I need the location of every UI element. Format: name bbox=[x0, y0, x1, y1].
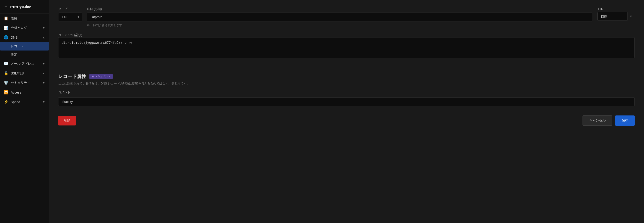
content-label: コンテンツ (必須) bbox=[58, 33, 82, 37]
sidebar-item-label: 概要 bbox=[11, 16, 17, 20]
doc-icon: ⊞ bbox=[92, 75, 94, 78]
sidebar-item-label: DNS bbox=[11, 36, 18, 39]
ttl-label: TTL bbox=[598, 7, 635, 10]
sidebar-item-analytics[interactable]: 📊 分析とログ ▼ bbox=[0, 23, 49, 32]
back-arrow-icon[interactable]: ← bbox=[4, 4, 8, 9]
chevron-down-icon: ▼ bbox=[42, 81, 45, 84]
sidebar-item-label: メール アドレス bbox=[11, 62, 34, 66]
comment-input[interactable] bbox=[58, 97, 635, 106]
sidebar-item-label: SSL/TLS bbox=[11, 72, 24, 75]
ttl-select[interactable]: 自動 1分 5分 1時間 bbox=[598, 12, 628, 21]
dns-icon: 🌐 bbox=[4, 35, 8, 40]
cancel-button[interactable]: キャンセル bbox=[582, 116, 612, 126]
sidebar-item-security[interactable]: 🛡️ セキュリティ ▼ bbox=[0, 78, 49, 88]
sidebar-header: ← rrrrrrryo.dev bbox=[0, 0, 49, 14]
save-button[interactable]: 保存 bbox=[615, 116, 635, 126]
sidebar-item-ssl[interactable]: 🔒 SSL/TLS ▼ bbox=[0, 68, 49, 78]
type-select[interactable]: TXT A AAAA CNAME MX bbox=[58, 12, 82, 22]
site-title: rrrrrrryo.dev bbox=[10, 5, 31, 8]
sidebar-subitem-label: レコード bbox=[11, 44, 24, 48]
overview-icon: 📋 bbox=[4, 16, 8, 20]
name-label: 名前 (必須) bbox=[87, 7, 593, 11]
content-section: コンテンツ (必須) did=did:plc:jyggwwetrx6774fa2… bbox=[58, 33, 635, 59]
sidebar-item-email[interactable]: ✉️ メール アドレス ▼ bbox=[0, 59, 49, 68]
sidebar-item-label: Access bbox=[11, 90, 21, 94]
chevron-down-icon: ▼ bbox=[42, 100, 45, 104]
chevron-down-icon: ▼ bbox=[42, 62, 45, 66]
sidebar-item-label: Speed bbox=[11, 100, 20, 104]
doc-badge-label: ドキュメント bbox=[95, 75, 110, 78]
record-attrs-header: レコード属性 ⊞ ドキュメント bbox=[58, 73, 635, 80]
sidebar-item-overview[interactable]: 📋 概要 bbox=[0, 14, 49, 23]
sidebar-item-label: 分析とログ bbox=[11, 26, 27, 30]
sidebar-item-speed[interactable]: ⚡ Speed ▼ bbox=[0, 97, 49, 106]
ssl-icon: 🔒 bbox=[4, 71, 8, 76]
section-divider bbox=[58, 66, 635, 66]
type-field-group: タイプ TXT A AAAA CNAME MX ▼ bbox=[58, 7, 82, 22]
main-content: タイプ TXT A AAAA CNAME MX ▼ 名前 (必須) ルートには … bbox=[49, 0, 644, 223]
name-field-group: 名前 (必須) ルートには @ を使用します bbox=[87, 7, 593, 27]
ttl-field-group: TTL 自動 1分 5分 1時間 ▼ bbox=[598, 7, 635, 21]
comment-label: コメント bbox=[58, 90, 635, 94]
chevron-up-icon: ▲ bbox=[42, 36, 45, 39]
delete-button[interactable]: 削除 bbox=[58, 116, 76, 126]
record-attrs-description: ここに記載されている情報は、DNS レコードの解決に影響を与えるものではなく、参… bbox=[58, 82, 635, 86]
name-hint: ルートには @ を使用します bbox=[87, 23, 593, 27]
security-icon: 🛡️ bbox=[4, 80, 8, 85]
speed-icon: ⚡ bbox=[4, 100, 8, 104]
type-name-ttl-row: タイプ TXT A AAAA CNAME MX ▼ 名前 (必須) ルートには … bbox=[58, 7, 635, 27]
sidebar: ← rrrrrrryo.dev 📋 概要 📊 分析とログ ▼ 🌐 DNS ▲ レ… bbox=[0, 0, 49, 223]
sidebar-item-records[interactable]: レコード bbox=[0, 42, 49, 50]
btn-group: キャンセル 保存 bbox=[582, 116, 635, 126]
actions-row: 削除 キャンセル 保存 bbox=[58, 116, 635, 126]
chevron-down-icon: ▼ bbox=[42, 26, 45, 30]
type-label: タイプ bbox=[58, 7, 82, 11]
sidebar-item-settings[interactable]: 設定 bbox=[0, 50, 49, 59]
type-select-wrapper: TXT A AAAA CNAME MX ▼ bbox=[58, 12, 82, 22]
name-input[interactable] bbox=[87, 12, 593, 22]
sidebar-subitem-label: 設定 bbox=[11, 52, 17, 57]
comment-field-group: コメント bbox=[58, 90, 635, 106]
email-icon: ✉️ bbox=[4, 62, 8, 66]
access-icon: 🔁 bbox=[4, 90, 8, 94]
ttl-select-wrapper: 自動 1分 5分 1時間 ▼ bbox=[598, 12, 635, 21]
chevron-down-icon: ▼ bbox=[42, 72, 45, 75]
content-textarea[interactable]: did=did:plc:jyggwwetrx6774fa2rrhphrw bbox=[58, 37, 635, 58]
record-attrs-title: レコード属性 bbox=[58, 73, 86, 80]
analytics-icon: 📊 bbox=[4, 26, 8, 30]
ttl-chevron-icon: ▼ bbox=[630, 15, 632, 18]
sidebar-item-label: セキュリティ bbox=[11, 81, 30, 85]
sidebar-item-access[interactable]: 🔁 Access bbox=[0, 88, 49, 97]
sidebar-item-dns[interactable]: 🌐 DNS ▲ bbox=[0, 32, 49, 42]
doc-badge[interactable]: ⊞ ドキュメント bbox=[90, 74, 113, 79]
